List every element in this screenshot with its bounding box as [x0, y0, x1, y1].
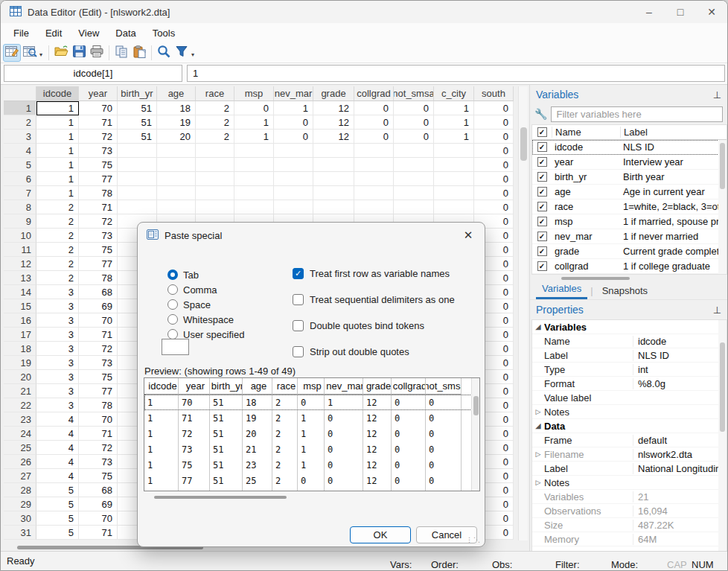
row-number[interactable]: 3	[4, 130, 36, 144]
delimiter-option-whitespace[interactable]: Whitespace	[167, 312, 244, 327]
grid-cell[interactable]	[274, 200, 313, 214]
grid-cell[interactable]	[313, 144, 354, 158]
open-button[interactable]	[52, 44, 70, 62]
variable-row[interactable]: ✓idcodeNLS ID	[532, 140, 727, 155]
column-header-nev_mar[interactable]: nev_mar	[274, 86, 313, 101]
grid-cell[interactable]: 4	[36, 469, 79, 483]
variables-horizontal-scrollbar[interactable]	[530, 275, 727, 282]
grid-cell[interactable]	[157, 144, 196, 158]
grid-cell[interactable]: 78	[79, 186, 118, 200]
row-number[interactable]: 13	[4, 271, 36, 285]
grid-cell[interactable]: 1	[36, 130, 79, 144]
variables-vertical-scrollbar[interactable]	[718, 140, 727, 274]
grid-cell[interactable]: 0	[474, 186, 514, 200]
grid-cell[interactable]	[196, 172, 234, 186]
grid-cell[interactable]: 0	[394, 101, 434, 115]
minimize-button[interactable]: –	[633, 1, 665, 23]
property-value[interactable]: idcode	[633, 336, 727, 347]
grid-cell[interactable]: 5	[36, 511, 79, 526]
grid-cell[interactable]	[234, 158, 274, 172]
grid-cell[interactable]	[313, 158, 354, 172]
grid-cell[interactable]: 1	[36, 172, 79, 186]
grid-cell[interactable]	[313, 200, 354, 214]
grid-cell[interactable]: 70	[79, 101, 118, 115]
data-browse-button[interactable]	[21, 44, 39, 62]
grid-cell[interactable]	[157, 186, 196, 200]
paste-option[interactable]: Double quotes bind tokens	[293, 318, 455, 333]
grid-cell[interactable]	[157, 200, 196, 214]
expand-triangle-icon[interactable]: ▷	[532, 408, 544, 415]
grid-cell[interactable]	[196, 144, 234, 158]
row-number[interactable]: 29	[4, 497, 36, 511]
row-number[interactable]: 5	[4, 158, 36, 172]
variable-row[interactable]: ✓msp1 if married, spouse present	[532, 214, 727, 229]
grid-cell[interactable]	[118, 186, 157, 200]
grid-cell[interactable]	[354, 186, 394, 200]
grid-cell[interactable]	[196, 200, 234, 214]
collapse-triangle-icon[interactable]: ◢	[532, 422, 544, 430]
delimiter-option-space[interactable]: Space	[167, 297, 244, 312]
grid-cell[interactable]: 75	[79, 243, 118, 257]
grid-cell[interactable]: 0	[274, 115, 313, 130]
grid-cell[interactable]: 2	[36, 243, 79, 257]
variable-checkbox[interactable]: ✓	[537, 217, 547, 226]
row-number[interactable]: 7	[4, 186, 36, 200]
grid-cell[interactable]	[234, 186, 274, 200]
grid-cell[interactable]: 75	[79, 370, 118, 384]
select-all-checkbox[interactable]: ✓	[537, 127, 547, 137]
row-number[interactable]: 15	[4, 299, 36, 313]
variable-row[interactable]: ✓ageAge in current year	[532, 185, 727, 200]
row-number[interactable]: 23	[4, 412, 36, 427]
data-editor-button[interactable]	[3, 44, 21, 62]
grid-cell[interactable]: 0	[474, 172, 514, 186]
grid-cell[interactable]	[274, 186, 313, 200]
paste-button[interactable]	[130, 44, 148, 62]
grid-cell[interactable]: 5	[36, 497, 79, 511]
column-header-race[interactable]: race	[196, 86, 234, 101]
grid-cell[interactable]: 72	[79, 441, 118, 455]
grid-cell[interactable]	[234, 200, 274, 214]
row-number[interactable]: 11	[4, 243, 36, 257]
grid-cell[interactable]: 71	[79, 427, 118, 441]
grid-cell[interactable]	[394, 158, 434, 172]
grid-cell[interactable]: 1	[36, 144, 79, 158]
data-browse-dropdown[interactable]: ▾	[39, 51, 42, 58]
preview-row[interactable]: 17151192101200	[144, 410, 479, 426]
grid-cell[interactable]: 73	[79, 455, 118, 469]
grid-cell[interactable]: 0	[234, 101, 274, 115]
grid-cell[interactable]: 51	[118, 115, 157, 130]
grid-cell[interactable]: 0	[474, 101, 514, 115]
row-number[interactable]: 4	[4, 144, 36, 158]
grid-cell[interactable]: 3	[36, 313, 79, 328]
tab-variables[interactable]: Variables	[536, 281, 587, 299]
grid-cell[interactable]	[434, 172, 474, 186]
grid-cell[interactable]: 12	[313, 130, 354, 144]
variable-row[interactable]: ✓yearInterview year	[532, 155, 727, 170]
grid-cell[interactable]	[234, 144, 274, 158]
grid-corner-cell[interactable]	[4, 86, 36, 101]
variable-row[interactable]: ✓gradeCurrent grade completed	[532, 244, 727, 259]
property-value[interactable]: default	[633, 435, 727, 446]
variables-filter-input[interactable]: Filter variables here	[551, 106, 723, 122]
row-number[interactable]: 9	[4, 214, 36, 229]
row-number[interactable]: 19	[4, 356, 36, 370]
variable-row[interactable]: ✓nev_mar1 if never married	[532, 229, 727, 244]
properties-vertical-scrollbar[interactable]	[718, 320, 727, 552]
grid-cell[interactable]	[274, 158, 313, 172]
row-number[interactable]: 6	[4, 172, 36, 186]
delimiter-option-tab[interactable]: Tab	[167, 267, 244, 282]
grid-cell[interactable]: 51	[118, 101, 157, 115]
user-specified-delimiter-input[interactable]	[162, 339, 189, 355]
column-header-grade[interactable]: grade	[313, 86, 354, 101]
print-button[interactable]	[88, 44, 106, 62]
grid-cell[interactable]: 0	[354, 115, 394, 130]
filter-dropdown[interactable]: ▾	[191, 51, 194, 58]
row-number[interactable]: 18	[4, 342, 36, 356]
grid-cell[interactable]	[394, 172, 434, 186]
row-number[interactable]: 26	[4, 455, 36, 469]
preview-row[interactable]: 17251202101200	[144, 426, 479, 441]
row-number[interactable]: 30	[4, 511, 36, 526]
grid-cell[interactable]: 72	[79, 342, 118, 356]
column-header-birth_yr[interactable]: birth_yr	[118, 86, 157, 101]
grid-cell[interactable]: 5	[36, 483, 79, 497]
